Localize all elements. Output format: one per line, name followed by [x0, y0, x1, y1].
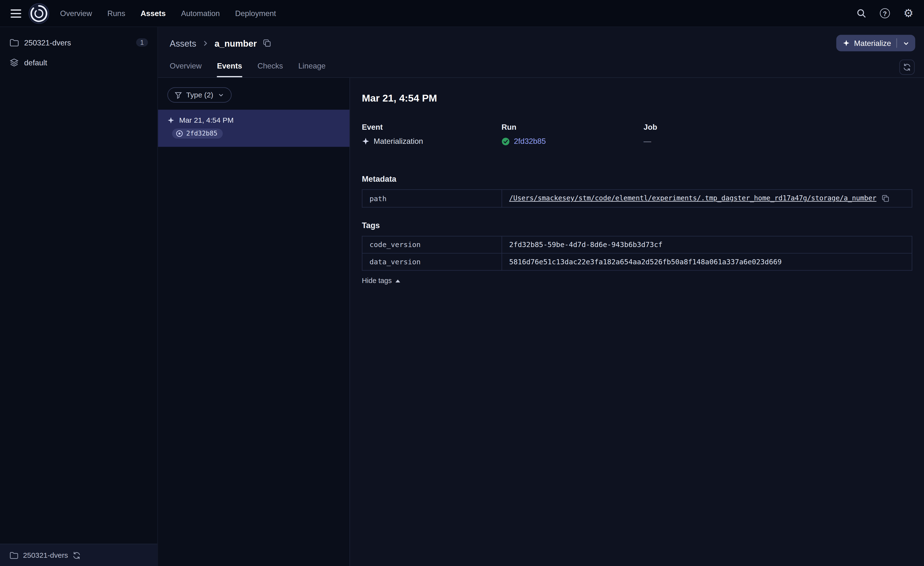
app-body: 250321-dvers 1 default 250321-dvers [0, 27, 924, 566]
filter-label: Type (2) [186, 91, 213, 99]
metadata-path-link[interactable]: /Users/smackesey/stm/code/elementl/exper… [509, 194, 876, 202]
materialization-icon [362, 137, 369, 145]
sparkle-icon [843, 39, 850, 47]
folder-icon [9, 38, 19, 47]
summary-run-column: Run 2fd32b85 [502, 123, 644, 146]
summary-event-column: Event Materialization [362, 123, 501, 146]
asset-sidebar: 250321-dvers 1 default 250321-dvers [0, 27, 158, 566]
filter-row: Type (2) [158, 78, 350, 110]
tab-checks[interactable]: Checks [257, 58, 283, 77]
run-column-label: Run [502, 123, 644, 132]
run-id-text: 2fd32b85 [186, 130, 218, 137]
type-filter-button[interactable]: Type (2) [167, 87, 231, 102]
sidebar-footer[interactable]: 250321-dvers [0, 543, 158, 566]
event-column-label: Event [362, 123, 501, 132]
metadata-key: path [362, 190, 502, 207]
dagster-logo[interactable] [28, 3, 50, 24]
tag-value: 2fd32b85-59be-4d7d-8d6e-943b6b3d73cf [502, 236, 912, 253]
refresh-icon [903, 63, 911, 71]
breadcrumb-assets-link[interactable]: Assets [170, 38, 196, 48]
hamburger-icon [10, 9, 21, 11]
button-divider [896, 38, 897, 48]
breadcrumb: Assets a_number [170, 38, 272, 48]
materialization-icon [167, 117, 174, 124]
tag-key: code_version [362, 236, 502, 253]
summary-job-column: Job — [644, 123, 912, 146]
chevron-right-icon [201, 39, 209, 47]
tab-events[interactable]: Events [217, 58, 242, 77]
event-type-value: Materialization [374, 137, 423, 146]
nav-automation[interactable]: Automation [181, 9, 220, 18]
sidebar-item-default[interactable]: default [0, 53, 158, 73]
settings-button[interactable]: ⚙ [902, 6, 915, 20]
job-column-label: Job [644, 123, 912, 132]
copy-asset-name-button[interactable] [262, 38, 272, 48]
copy-icon [262, 39, 271, 47]
tab-lineage[interactable]: Lineage [298, 58, 326, 77]
run-id-link[interactable]: 2fd32b85 [514, 137, 546, 146]
sidebar-footer-label: 250321-dvers [23, 551, 68, 559]
page-title: a_number [214, 38, 257, 48]
table-row: path /Users/smackesey/stm/code/elementl/… [362, 190, 912, 207]
event-detail-title: Mar 21, 4:54 PM [362, 92, 912, 105]
materialize-label: Materialize [854, 39, 891, 47]
event-list-panel: Type (2) Mar 21, 4:54 PM [158, 78, 350, 566]
reload-icon[interactable] [73, 551, 81, 559]
nav-deployment[interactable]: Deployment [235, 9, 276, 18]
run-id-badge[interactable]: 2fd32b85 [172, 128, 223, 138]
tag-value: 5816d76e51c13dac22e3fa182a654aa2d526fb50… [502, 253, 912, 270]
run-status-icon [176, 130, 183, 137]
asset-tabs: Overview Events Checks Lineage [170, 58, 326, 77]
tags-table: code_version 2fd32b85-59be-4d7d-8d6e-943… [362, 236, 912, 271]
tab-overview[interactable]: Overview [170, 58, 202, 77]
sidebar-item-250321-dvers[interactable]: 250321-dvers 1 [0, 33, 158, 53]
asset-group-icon [9, 58, 19, 67]
event-item-header: Mar 21, 4:54 PM [167, 116, 340, 124]
sidebar-item-label: default [24, 58, 47, 67]
event-list-item[interactable]: Mar 21, 4:54 PM 2fd32b85 [158, 110, 350, 147]
copy-path-button[interactable] [881, 194, 890, 203]
app-root: Overview Runs Assets Automation Deployme… [0, 0, 924, 566]
search-button[interactable] [855, 7, 867, 20]
caret-up-icon [395, 279, 400, 282]
metadata-heading: Metadata [362, 174, 912, 184]
chevron-down-icon [217, 91, 224, 98]
nav-runs[interactable]: Runs [107, 9, 125, 18]
table-row: code_version 2fd32b85-59be-4d7d-8d6e-943… [362, 236, 912, 253]
topbar-actions: ? ⚙ [855, 6, 915, 20]
chevron-down-icon[interactable] [902, 39, 910, 47]
nav-overview[interactable]: Overview [60, 9, 92, 18]
tabs-row: Overview Events Checks Lineage [158, 58, 924, 78]
hamburger-menu-button[interactable] [8, 7, 24, 20]
sidebar-group-label: 250321-dvers [24, 38, 71, 47]
run-success-icon [502, 137, 510, 145]
gear-icon: ⚙ [903, 8, 914, 19]
events-content: Type (2) Mar 21, 4:54 PM [158, 78, 924, 566]
page-header: Assets a_number [158, 27, 924, 58]
folder-icon [9, 551, 18, 560]
refresh-button[interactable] [899, 60, 915, 75]
main-panel: Assets a_number [158, 27, 924, 566]
help-button[interactable]: ? [879, 7, 891, 20]
materialize-button[interactable]: Materialize [836, 35, 915, 51]
hide-tags-button[interactable]: Hide tags [362, 277, 400, 285]
tags-heading: Tags [362, 221, 912, 230]
search-icon [856, 8, 866, 18]
nav-assets[interactable]: Assets [141, 9, 166, 18]
job-value: — [644, 137, 912, 146]
top-navigation: Overview Runs Assets Automation Deployme… [60, 9, 276, 18]
table-row: data_version 5816d76e51c13dac22e3fa182a6… [362, 253, 912, 270]
event-summary: Event Materialization Run [362, 123, 912, 146]
filter-icon [174, 91, 182, 99]
metadata-table: path /Users/smackesey/stm/code/elementl/… [362, 189, 912, 208]
tag-key: data_version [362, 253, 502, 270]
dagster-logo-icon [28, 3, 50, 24]
hide-tags-label: Hide tags [362, 277, 392, 285]
topbar: Overview Runs Assets Automation Deployme… [0, 0, 924, 27]
event-timestamp: Mar 21, 4:54 PM [179, 116, 234, 124]
event-detail-panel: Mar 21, 4:54 PM Event Materialization [350, 78, 924, 566]
copy-icon [882, 194, 890, 202]
help-icon: ? [880, 8, 890, 18]
count-badge: 1 [136, 38, 148, 47]
